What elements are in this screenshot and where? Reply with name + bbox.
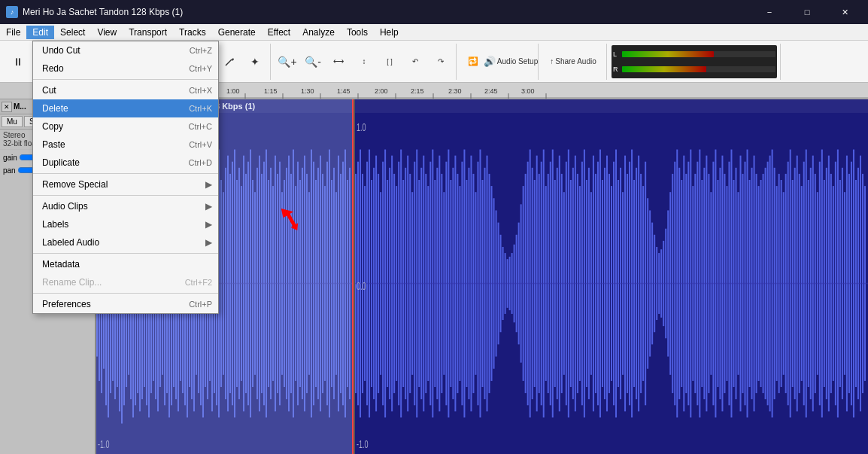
svg-text:1:45: 1:45	[337, 87, 351, 95]
paste-shortcut: Ctrl+V	[189, 140, 212, 149]
separator-3	[33, 195, 218, 196]
cut-label: Cut	[42, 85, 189, 96]
meter-group: L R	[609, 44, 781, 80]
menu-effect[interactable]: Effect	[262, 26, 296, 39]
app-icon: ♪	[6, 6, 18, 18]
menu-view[interactable]: View	[91, 26, 123, 39]
menu-select[interactable]: Select	[54, 26, 91, 39]
menu-rename-clip[interactable]: Rename Clip... Ctrl+F2	[33, 273, 218, 291]
audio-setup-label: Audio Setup	[497, 57, 539, 66]
delete-shortcut: Ctrl+K	[189, 104, 212, 113]
cut-shortcut: Ctrl+X	[189, 86, 212, 95]
separator-1	[33, 79, 218, 80]
share-group: ↑ Share Audio	[540, 44, 607, 80]
audio-setup-button[interactable]: 🔊 Audio Setup	[487, 50, 535, 74]
duplicate-label: Duplicate	[42, 157, 189, 168]
remove-special-arrow: ▶	[205, 179, 212, 190]
paste-label: Paste	[42, 139, 189, 150]
menu-preferences[interactable]: Preferences Ctrl+P	[33, 295, 218, 313]
svg-line-0	[226, 59, 232, 66]
loop-button[interactable]: 🔁	[461, 50, 485, 74]
zoom-fit-button[interactable]: ⟷	[326, 50, 351, 74]
zoom-sel-button[interactable]: [ ]	[378, 50, 402, 74]
svg-text:2:00: 2:00	[375, 87, 388, 95]
svg-marker-1	[232, 58, 234, 61]
share-audio-label: Share Audio	[555, 57, 596, 66]
volume-icon: 🔊	[484, 56, 496, 67]
mute-button[interactable]: Mu	[2, 116, 23, 127]
rename-clip-label: Rename Clip...	[42, 277, 185, 288]
menu-paste[interactable]: Paste Ctrl+V	[33, 136, 218, 154]
delete-label: Delete	[42, 103, 189, 114]
audio-clips-label: Audio Clips	[42, 201, 202, 212]
menu-labeled-audio[interactable]: Labeled Audio ▶	[33, 233, 218, 251]
svg-text:0.0: 0.0	[357, 279, 366, 292]
edit-dropdown-menu: Undo Cut Ctrl+Z Redo Ctrl+Y Cut Ctrl+X D…	[32, 41, 219, 314]
svg-text:1:30: 1:30	[301, 87, 314, 95]
menu-delete[interactable]: Delete Ctrl+K	[33, 99, 218, 117]
preferences-shortcut: Ctrl+P	[189, 300, 212, 309]
playback-group: 🔁 🔊 Audio Setup	[458, 44, 539, 80]
menu-generate[interactable]: Generate	[212, 26, 262, 39]
maximize-button[interactable]: □	[790, 0, 824, 24]
undo-cut-shortcut: Ctrl+Z	[190, 46, 212, 55]
rename-clip-shortcut: Ctrl+F2	[185, 278, 212, 287]
svg-text:1:00: 1:00	[226, 87, 240, 95]
pan-label: pan	[3, 166, 16, 175]
menu-bar: File Edit Select View Transport Tracks G…	[0, 24, 868, 41]
remove-special-label: Remove Special	[42, 179, 202, 190]
menu-tracks[interactable]: Tracks	[173, 26, 212, 39]
svg-text:-1.0: -1.0	[357, 438, 369, 451]
separator-2	[33, 173, 218, 174]
gain-label: gain	[3, 154, 17, 162]
zoom-out-button[interactable]: 🔍-	[301, 50, 325, 74]
window-title: Meri Ho Ja Sachet Tandon 128 Kbps (1)	[23, 7, 752, 17]
waveform-svg-right: 1.0 0.0 -1.0	[355, 113, 868, 454]
copy-shortcut: Ctrl+C	[189, 122, 212, 131]
zoom-in-button[interactable]: 🔍+	[275, 50, 299, 74]
window-controls: − □ ✕	[752, 0, 862, 24]
share-audio-button[interactable]: ↑ Share Audio	[543, 50, 603, 74]
labels-label: Labels	[42, 219, 202, 230]
zoom-undo-button[interactable]: ↶	[403, 50, 427, 74]
separator-5	[33, 293, 218, 294]
pause-button[interactable]: ⏸	[6, 50, 30, 74]
close-button[interactable]: ✕	[827, 0, 862, 24]
menu-labels[interactable]: Labels ▶	[33, 215, 218, 233]
menu-cut[interactable]: Cut Ctrl+X	[33, 81, 218, 99]
playback-cursor	[352, 99, 354, 454]
copy-label: Copy	[42, 121, 189, 132]
undo-cut-label: Undo Cut	[42, 45, 190, 56]
menu-edit[interactable]: Edit	[26, 26, 54, 39]
menu-file[interactable]: File	[0, 26, 26, 39]
menu-redo[interactable]: Redo Ctrl+Y	[33, 59, 218, 78]
menu-audio-clips[interactable]: Audio Clips ▶	[33, 197, 218, 215]
labels-arrow: ▶	[205, 219, 212, 230]
menu-metadata[interactable]: Metadata	[33, 255, 218, 273]
menu-analyze[interactable]: Analyze	[296, 26, 341, 39]
separator-4	[33, 253, 218, 254]
menu-remove-special[interactable]: Remove Special ▶	[33, 175, 218, 193]
menu-tools[interactable]: Tools	[341, 26, 374, 39]
svg-text:2:30: 2:30	[448, 87, 462, 95]
labeled-audio-arrow: ▶	[205, 237, 212, 248]
preferences-label: Preferences	[42, 299, 189, 309]
labeled-audio-label: Labeled Audio	[42, 237, 202, 248]
app-icon-symbol: ♪	[11, 8, 14, 16]
menu-copy[interactable]: Copy Ctrl+C	[33, 117, 218, 136]
menu-undo-cut[interactable]: Undo Cut Ctrl+Z	[33, 41, 218, 59]
zoom-redo-button[interactable]: ↷	[429, 50, 453, 74]
draw-tool-button[interactable]	[217, 50, 241, 74]
share-icon: ↑	[550, 57, 554, 66]
redo-shortcut: Ctrl+Y	[189, 64, 212, 73]
track-close-button[interactable]: ✕	[2, 102, 12, 112]
zoom-fit-v-button[interactable]: ↕	[352, 50, 376, 74]
metadata-label: Metadata	[42, 259, 212, 270]
menu-duplicate[interactable]: Duplicate Ctrl+D	[33, 154, 218, 172]
multi-tool-button[interactable]: ✦	[243, 50, 267, 74]
menu-transport[interactable]: Transport	[123, 26, 173, 39]
audio-clips-arrow: ▶	[205, 201, 212, 212]
svg-text:2:15: 2:15	[411, 87, 424, 95]
menu-help[interactable]: Help	[374, 26, 405, 39]
minimize-button[interactable]: −	[752, 0, 787, 24]
